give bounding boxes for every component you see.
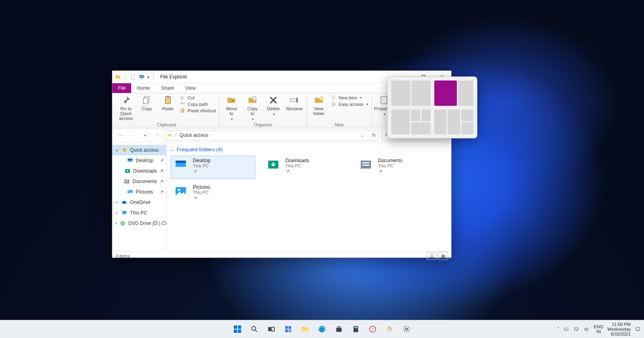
task-view-button[interactable] [264,322,278,336]
qat-dropdown-icon[interactable]: ▾ [147,75,149,79]
new-item-button[interactable]: New item▾ [330,95,369,101]
paste-shortcut-button[interactable]: Paste shortcut [179,108,217,113]
window-title: File Explorer [158,74,187,80]
snap-layout-4cell[interactable] [434,109,474,135]
notifications-tray-icon[interactable] [635,326,641,332]
document-icon [124,178,130,185]
tile-name: Downloads [285,158,309,163]
copy-button[interactable]: Copy [137,95,157,111]
folder-icon [115,74,121,80]
calculator-taskbar-icon[interactable] [349,322,363,336]
store-taskbar-icon[interactable] [332,322,346,336]
move-to-button[interactable]: Move to▾ [222,95,241,122]
sidebar-item-documents[interactable]: Documents📌︎ [112,176,166,187]
separator [125,73,126,80]
breadcrumb[interactable]: Quick access [180,132,208,138]
expand-icon[interactable]: > [115,221,117,226]
expand-icon[interactable]: > [115,200,119,205]
paint-taskbar-icon[interactable] [383,322,396,336]
document-icon[interactable] [130,74,136,80]
expand-icon[interactable]: > [115,211,119,215]
file-explorer-taskbar-icon[interactable] [298,322,312,336]
new-folder-button[interactable]: New folder [309,95,328,116]
details-view-button[interactable]: ☰ [427,252,437,260]
svg-rect-6 [165,97,171,103]
document-icon [358,158,374,171]
snap-layout-2col-wide[interactable] [434,80,474,106]
rename-button[interactable]: Rename [285,95,304,111]
group-label: Organize [254,122,272,128]
sidebar-item-label: Desktop [136,158,153,163]
tab-home[interactable]: Home [131,83,155,93]
start-button[interactable] [231,322,244,336]
easy-access-button[interactable]: Easy access▾ [330,101,369,107]
search-button[interactable] [248,322,261,336]
sidebar-item-dvd-drive-d-cc[interactable]: >DVD Drive (D:) CC [112,218,166,229]
snap-layouts-flyout [387,76,477,138]
volume-tray-icon[interactable] [584,326,590,332]
folder-tile-documents[interactable]: DocumentsThis PC📌︎ [356,156,440,179]
pin-icon: 📌︎ [159,158,164,163]
tile-sub: This PC [378,163,402,168]
snap-layout-2col[interactable] [391,80,431,106]
recent-locations-button[interactable]: ▾ [140,131,149,140]
label: Copy [142,106,152,111]
svg-point-43 [178,189,180,191]
folder-tile-desktop[interactable]: DesktopThis PC📌︎ [171,156,255,179]
app-taskbar-icon[interactable]: Y [366,322,380,336]
onedrive-tray-icon[interactable] [564,326,570,332]
sidebar-item-label: Documents [132,179,157,184]
section-header[interactable]: ⌄ Frequent folders (4) [171,146,447,153]
status-text: 4 items [116,254,130,258]
folder-tile-pictures[interactable]: PicturesThis PC📌︎ [171,182,255,206]
cut-button[interactable]: Cut [179,95,217,101]
pin-to-quick-access-button[interactable]: Pin to Quick access [116,95,136,121]
sidebar-item-quick-access[interactable]: ∨Quick access [112,145,166,155]
widgets-button[interactable] [281,322,295,336]
svg-rect-28 [125,180,128,181]
copy-to-button[interactable]: Copy to▾ [243,95,262,122]
back-button[interactable]: ← [116,131,125,140]
svg-rect-46 [234,330,237,333]
sidebar-item-desktop[interactable]: Desktop📌︎ [112,155,166,166]
navigation-pane[interactable]: ∨Quick accessDesktop📌︎Downloads📌︎Documen… [112,142,167,251]
network-tray-icon[interactable] [574,326,580,332]
copy-to-icon [247,95,258,105]
system-tray[interactable]: ˄ ENGIN 11:00 PMWednesday6/16/2021 [557,322,641,336]
tile-sub: This PC [193,190,210,195]
refresh-button[interactable]: ↻ [369,132,376,138]
sidebar-item-this-pc[interactable]: >This PC [112,208,166,218]
snap-layout-3cell[interactable] [391,109,431,135]
sidebar-item-label: DVD Drive (D:) CC [128,221,167,226]
shortcut-icon [180,108,186,113]
up-button[interactable]: ↑ [153,131,161,140]
forward-button[interactable]: → [128,131,137,140]
tray-overflow-icon[interactable]: ˄ [557,327,559,332]
language-indicator[interactable]: ENGIN [594,324,603,334]
folder-tile-downloads[interactable]: DownloadsThis PC📌︎ [263,156,348,179]
tab-file[interactable]: File [112,83,131,93]
sidebar-item-downloads[interactable]: Downloads📌︎ [112,166,166,176]
separator [153,73,154,80]
edge-taskbar-icon[interactable] [315,322,329,336]
svg-rect-7 [167,96,169,97]
settings-taskbar-icon[interactable] [400,322,413,336]
paste-button[interactable]: Paste [158,95,178,111]
tab-share[interactable]: Share [155,83,180,93]
delete-button[interactable]: Delete▾ [264,95,283,117]
content-pane[interactable]: ⌄ Frequent folders (4) DesktopThis PC📌︎D… [167,142,451,251]
pin-icon: 📌︎ [378,169,402,174]
clock[interactable]: 11:00 PMWednesday6/16/2021 [607,322,631,336]
icons-view-button[interactable]: ▦ [438,252,448,260]
sidebar-item-pictures[interactable]: Pictures📌︎ [112,187,166,197]
address-dropdown-icon[interactable]: ⌄ [360,132,364,138]
computer-icon[interactable] [138,74,145,80]
copy-path-button[interactable]: Copy path [179,101,217,107]
expand-icon[interactable]: ∨ [115,148,119,153]
sidebar-item-onedrive[interactable]: >OneDrive [112,197,166,208]
new-folder-icon [314,95,324,105]
download-icon [124,168,131,174]
address-bar[interactable]: ★ › Quick access ⌄ ↻ [165,130,379,140]
taskbar[interactable]: Y ˄ ENGIN 11:00 PMWednesday6/16/2021 [0,320,644,338]
tab-view[interactable]: View [180,83,201,93]
